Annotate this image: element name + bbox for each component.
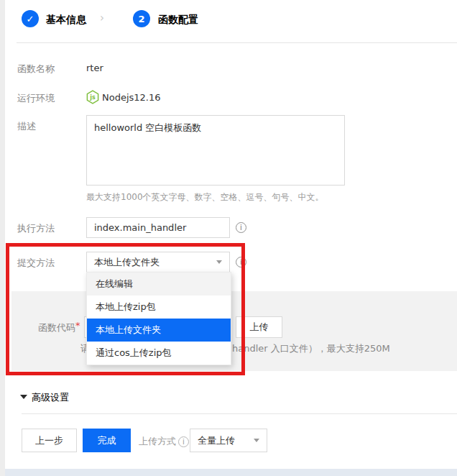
- advanced-settings-toggle[interactable]: 高级设置: [32, 391, 69, 404]
- finish-button[interactable]: 完成: [83, 429, 131, 452]
- runtime-label: 运行环境: [17, 92, 55, 105]
- check-icon: ✓: [27, 14, 34, 24]
- previous-step-button[interactable]: 上一步: [22, 429, 77, 452]
- dropdown-option-local-zip[interactable]: 本地上传zip包: [87, 296, 231, 319]
- collapse-triangle-icon: [20, 395, 27, 399]
- code-hint-fragment-right: handler 入口文件），最大支持250M: [232, 342, 390, 355]
- function-code-panel: [11, 291, 457, 371]
- upload-mode-label: 上传方式: [139, 435, 176, 448]
- upload-mode-value: 全量上传: [198, 434, 254, 447]
- submit-method-value: 本地上传文件夹: [94, 256, 216, 269]
- function-code-label: 函数代码: [38, 321, 75, 334]
- submit-method-dropdown-menu: 在线编辑 本地上传zip包 本地上传文件夹 通过cos上传zip包: [86, 272, 231, 365]
- description-hint: 最大支持1000个英文字母、数字、空格、逗号、句号、中文。: [86, 191, 324, 203]
- header-divider: [17, 42, 457, 43]
- nodejs-icon: js: [86, 90, 99, 106]
- footer-divider: [22, 413, 457, 414]
- description-label: 描述: [17, 120, 36, 133]
- runtime-value: Nodejs12.16: [102, 92, 161, 103]
- chevron-down-icon: [216, 260, 222, 264]
- step2-number: 2: [138, 14, 144, 24]
- dropdown-option-online-edit[interactable]: 在线编辑: [87, 273, 231, 296]
- description-textarea[interactable]: helloworld 空白模板函数: [86, 115, 345, 186]
- submit-method-label: 提交方法: [17, 257, 55, 270]
- upload-button[interactable]: 上传: [236, 316, 282, 338]
- handler-label: 执行方法: [17, 222, 55, 235]
- handler-input[interactable]: [86, 217, 230, 238]
- handler-info-icon[interactable]: i: [236, 222, 246, 233]
- submit-method-select[interactable]: 本地上传文件夹: [86, 252, 230, 273]
- upload-mode-label-row: 上传方式i: [139, 435, 189, 448]
- function-name-label: 函数名称: [17, 63, 55, 75]
- step-chevron-icon: ›: [100, 12, 104, 24]
- dropdown-option-local-folder[interactable]: 本地上传文件夹: [87, 319, 231, 342]
- step1-check-icon: ✓: [22, 10, 39, 27]
- submit-method-info-icon[interactable]: i: [236, 257, 246, 267]
- function-config-page: ✓ 基本信息 › 2 函数配置 函数名称 rter 运行环境 js Nodejs…: [0, 0, 457, 476]
- upload-mode-info-icon[interactable]: i: [178, 436, 189, 447]
- dropdown-option-cos-zip[interactable]: 通过cos上传zip包: [87, 342, 231, 365]
- chevron-down-icon: [254, 439, 259, 442]
- page-bottom-edge: [5, 469, 457, 476]
- svg-text:js: js: [89, 94, 96, 101]
- step2-label: 函数配置: [158, 14, 198, 27]
- step2-number-badge: 2: [133, 10, 150, 27]
- function-name-value: rter: [86, 63, 103, 73]
- upload-mode-select[interactable]: 全量上传: [190, 429, 267, 452]
- page-left-gutter: [0, 0, 5, 476]
- step1-label: 基本信息: [46, 14, 86, 27]
- required-asterisk: *: [75, 320, 80, 331]
